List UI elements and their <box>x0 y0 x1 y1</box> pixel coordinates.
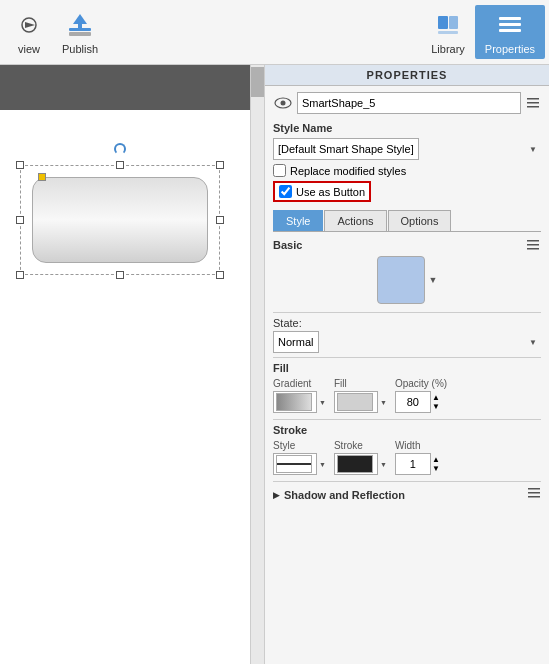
handle-bot-right[interactable] <box>216 271 224 279</box>
shape-container[interactable] <box>20 165 220 275</box>
tab-actions[interactable]: Actions <box>324 210 386 231</box>
properties-button[interactable]: Properties <box>475 5 545 59</box>
svg-rect-9 <box>499 17 521 20</box>
view-icon <box>13 9 45 41</box>
replace-styles-row: Replace modified styles <box>273 164 541 177</box>
handle-top-mid[interactable] <box>116 161 124 169</box>
svg-rect-6 <box>438 16 448 29</box>
scrollbar-vertical[interactable] <box>250 65 264 664</box>
tab-style[interactable]: Style <box>273 210 323 231</box>
svg-rect-17 <box>527 240 539 242</box>
state-dropdown[interactable]: Normal <box>273 331 319 353</box>
fill-sub-label: Fill <box>334 378 387 389</box>
publish-label: Publish <box>62 43 98 55</box>
gradient-group: Gradient <box>273 378 326 413</box>
style-name-row: [Default Smart Shape Style] <box>273 138 541 160</box>
svg-rect-19 <box>527 248 539 250</box>
color-swatch[interactable] <box>377 256 425 304</box>
width-stepper[interactable]: ▲▼ <box>432 455 440 473</box>
stroke-style-group: Style <box>273 440 326 475</box>
svg-marker-3 <box>73 14 87 24</box>
stroke-color-dropdown[interactable] <box>334 453 378 475</box>
publish-icon <box>64 9 96 41</box>
svg-rect-7 <box>449 16 458 29</box>
color-preview-area: ▼ <box>273 256 541 304</box>
view-button[interactable]: view <box>4 5 54 59</box>
canvas-top-bar <box>0 65 264 110</box>
view-label: view <box>18 43 40 55</box>
handle-top-right[interactable] <box>216 161 224 169</box>
scroll-thumb[interactable] <box>251 67 264 97</box>
color-dropdown-arrow[interactable]: ▼ <box>429 275 438 285</box>
svg-point-13 <box>281 101 286 106</box>
stroke-color-wrapper <box>334 453 387 475</box>
handle-bot-left[interactable] <box>16 271 24 279</box>
svg-rect-5 <box>69 32 91 36</box>
use-as-button-checkbox[interactable] <box>279 185 292 198</box>
style-name-dropdown[interactable]: [Default Smart Shape Style] <box>273 138 419 160</box>
handle-mid-left[interactable] <box>16 216 24 224</box>
properties-label: Properties <box>485 43 535 55</box>
opacity-label: Opacity (%) <box>395 378 447 389</box>
opacity-input[interactable] <box>395 391 431 413</box>
svg-marker-1 <box>25 22 35 28</box>
svg-rect-11 <box>499 29 521 32</box>
separator-1 <box>273 312 541 313</box>
gradient-dropdown-wrapper <box>273 391 326 413</box>
opacity-stepper[interactable]: ▲▼ <box>432 393 440 411</box>
publish-button[interactable]: Publish <box>54 5 106 59</box>
stroke-black-swatch <box>337 455 373 473</box>
handle-bot-mid[interactable] <box>116 271 124 279</box>
shadow-menu-icon[interactable] <box>527 486 541 503</box>
handle-mid-right[interactable] <box>216 216 224 224</box>
replace-styles-label: Replace modified styles <box>290 165 406 177</box>
rotate-handle[interactable] <box>114 143 126 155</box>
fill-sub-group: Fill <box>334 378 387 413</box>
canvas-area <box>0 65 265 664</box>
stroke-style-dropdown[interactable] <box>273 453 317 475</box>
shape-rect <box>32 177 208 263</box>
library-label: Library <box>431 43 465 55</box>
fill-row: Gradient Fill Opac <box>273 378 541 413</box>
shadow-expand-icon: ▶ <box>273 490 280 500</box>
shadow-header[interactable]: ▶ Shadow and Reflection <box>273 486 541 503</box>
svg-rect-18 <box>527 244 539 246</box>
basic-section-header: Basic <box>273 238 541 252</box>
tab-options[interactable]: Options <box>388 210 452 231</box>
properties-header: PROPERTIES <box>265 65 549 86</box>
basic-label: Basic <box>273 239 302 251</box>
width-input[interactable] <box>395 453 431 475</box>
replace-styles-checkbox[interactable] <box>273 164 286 177</box>
visibility-icon[interactable] <box>273 96 293 110</box>
handle-top-left[interactable] <box>16 161 24 169</box>
stroke-line-swatch <box>276 455 312 473</box>
library-button[interactable]: Library <box>421 5 475 59</box>
separator-2 <box>273 357 541 358</box>
tabs-row: Style Actions Options <box>273 210 541 232</box>
state-label: State: <box>273 317 541 329</box>
library-icon <box>432 9 464 41</box>
svg-rect-16 <box>527 106 539 108</box>
properties-icon <box>494 9 526 41</box>
stroke-style-label: Style <box>273 440 326 451</box>
svg-rect-14 <box>527 98 539 100</box>
toolbar-right: Library Properties <box>421 5 545 59</box>
svg-rect-4 <box>78 23 82 30</box>
basic-menu-icon[interactable] <box>525 238 541 252</box>
gradient-label: Gradient <box>273 378 326 389</box>
svg-rect-22 <box>528 496 540 498</box>
style-name-label: Style Name <box>273 122 541 134</box>
style-name-dropdown-wrapper: [Default Smart Shape Style] <box>273 138 541 160</box>
svg-rect-10 <box>499 23 521 26</box>
name-row <box>273 92 541 114</box>
state-dropdown-row: Normal <box>273 331 541 353</box>
handle-yellow[interactable] <box>38 173 46 181</box>
menu-icon[interactable] <box>525 96 541 110</box>
gradient-dropdown[interactable] <box>273 391 317 413</box>
use-as-button-label: Use as Button <box>296 186 365 198</box>
use-as-button-row: Use as Button <box>273 181 371 202</box>
fill-dropdown[interactable] <box>334 391 378 413</box>
svg-rect-20 <box>528 488 540 490</box>
main-area: PROPERTIES <box>0 65 549 664</box>
shape-name-input[interactable] <box>297 92 521 114</box>
